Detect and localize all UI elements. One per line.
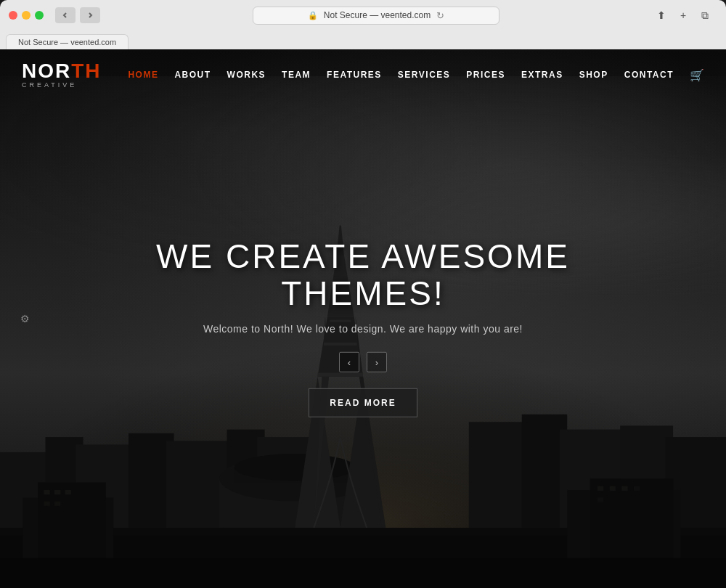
nav-features[interactable]: FEATURES — [327, 70, 382, 80]
logo-th: TH — [71, 60, 101, 82]
browser-nav-controls — [55, 7, 100, 23]
svg-rect-42 — [597, 497, 603, 502]
browser-actions: ⬆ + ⧉ — [652, 7, 714, 23]
address-text: Not Secure — veented.com — [324, 10, 431, 20]
hero-content: WE CREATE AWESOME THEMES! Welcome to Nor… — [73, 238, 653, 417]
nav-prices[interactable]: PRICES — [466, 70, 505, 80]
nav-home[interactable]: HOME — [128, 70, 158, 80]
maximize-button[interactable] — [35, 11, 44, 20]
minimize-button[interactable] — [22, 11, 30, 20]
logo-nor: NOR — [22, 60, 71, 82]
nav-about[interactable]: ABOUT — [174, 70, 211, 80]
refresh-button[interactable]: ↻ — [436, 10, 444, 21]
hero-arrows: ‹ › — [73, 352, 653, 372]
active-tab[interactable]: Not Secure — veented.com — [6, 34, 129, 49]
svg-rect-35 — [54, 501, 60, 505]
cart-icon[interactable]: 🛒 — [690, 68, 704, 82]
close-button[interactable] — [9, 11, 17, 20]
svg-rect-41 — [634, 486, 640, 490]
address-bar-container: 🔒 Not Secure — veented.com ↻ — [106, 7, 646, 25]
svg-rect-38 — [597, 486, 603, 490]
logo: NORTH CREATIVE — [22, 61, 102, 89]
share-button[interactable]: ⬆ — [652, 7, 671, 23]
prev-arrow-button[interactable]: ‹ — [339, 352, 359, 372]
nav-contact[interactable]: CONTACT — [624, 70, 674, 80]
logo-text: NORTH — [22, 61, 102, 81]
browser-chrome: 🔒 Not Secure — veented.com ↻ ⬆ + ⧉ Not S… — [0, 0, 726, 49]
next-arrow-button[interactable]: › — [367, 352, 387, 372]
svg-rect-43 — [0, 558, 726, 588]
nav-works[interactable]: WORKS — [227, 70, 266, 80]
forward-button[interactable] — [80, 7, 100, 23]
svg-rect-39 — [610, 486, 616, 490]
svg-rect-31 — [44, 490, 49, 494]
traffic-lights — [9, 11, 44, 20]
tab-title: Not Secure — veented.com — [18, 38, 116, 46]
svg-point-16 — [234, 454, 356, 481]
website-content: ⚙ NORTH CREATIVE HOME ABOUT WORKS TEAM F… — [0, 49, 726, 588]
nav-extras[interactable]: EXTRAS — [521, 70, 563, 80]
nav-links: HOME ABOUT WORKS TEAM FEATURES SERVICES … — [128, 68, 704, 82]
new-tab-button[interactable]: + — [674, 7, 693, 23]
logo-creative: CREATIVE — [22, 82, 102, 89]
security-icon: 🔒 — [308, 11, 318, 20]
nav-team[interactable]: TEAM — [282, 70, 311, 80]
browser-tabs: Not Secure — veented.com — [0, 30, 726, 49]
svg-rect-40 — [621, 486, 627, 490]
hero-subtitle: Welcome to North! We love to design. We … — [73, 323, 653, 335]
address-bar[interactable]: 🔒 Not Secure — veented.com ↻ — [253, 7, 499, 25]
tab-grid-button[interactable]: ⧉ — [696, 7, 714, 23]
read-more-button[interactable]: READ MORE — [309, 388, 417, 417]
navbar: NORTH CREATIVE HOME ABOUT WORKS TEAM FEA… — [0, 49, 726, 100]
nav-services[interactable]: SERVICES — [398, 70, 450, 80]
svg-rect-34 — [44, 501, 49, 505]
browser-titlebar: 🔒 Not Secure — veented.com ↻ ⬆ + ⧉ — [0, 0, 726, 30]
nav-shop[interactable]: SHOP — [579, 70, 608, 80]
hero-title: WE CREATE AWESOME THEMES! — [73, 238, 653, 311]
svg-rect-32 — [54, 490, 60, 494]
settings-gear-icon[interactable]: ⚙ — [20, 313, 30, 324]
svg-rect-33 — [65, 490, 71, 494]
back-button[interactable] — [55, 7, 76, 23]
